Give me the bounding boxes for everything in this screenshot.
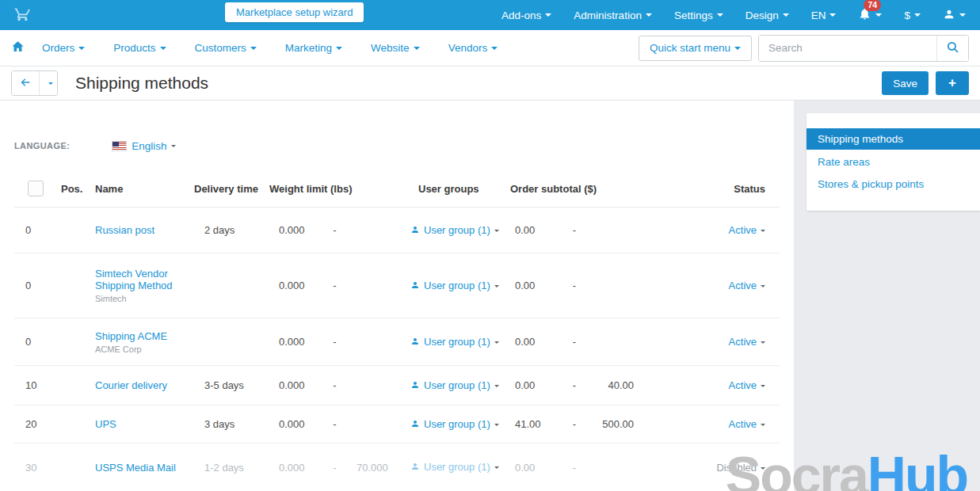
status-dropdown[interactable]: Active — [729, 224, 757, 236]
column-header-name: Name — [87, 183, 190, 195]
nav-item-vendors[interactable]: Vendors — [448, 42, 498, 54]
shipping-method-link[interactable]: Shipping ACME — [95, 330, 167, 342]
admin-topbar: Marketplace setup wizard Add-ons Adminis… — [0, 0, 980, 30]
delivery-time-value: 3-5 days — [190, 379, 265, 391]
weight-dash: - — [321, 280, 349, 291]
nav-item-orders[interactable]: Orders — [42, 42, 85, 54]
subtotal-min-value: 0.00 — [503, 224, 562, 236]
column-header-delivery-time: Delivery time — [190, 183, 265, 195]
language-row: LANGUAGE: English — [14, 135, 794, 156]
nav-item-customers[interactable]: Customers — [195, 42, 257, 54]
marketplace-setup-wizard-button[interactable]: Marketplace setup wizard — [225, 2, 364, 22]
status-dropdown[interactable]: Active — [729, 336, 757, 348]
user-group-icon — [410, 280, 420, 292]
pos-value: 30 — [14, 462, 87, 474]
weight-dash: - — [321, 418, 349, 430]
weight-min-value: 0.000 — [265, 280, 321, 291]
currency-selector[interactable]: $ — [904, 10, 921, 21]
user-group-dropdown[interactable]: User group (1) — [424, 336, 490, 348]
subtotal-min-value: 0.00 — [503, 462, 562, 474]
quick-start-menu-button[interactable]: Quick start menu — [639, 36, 752, 61]
topbar-item-administration[interactable]: Administration — [574, 10, 652, 21]
home-icon[interactable] — [11, 40, 25, 56]
page-title: Shipping methods — [75, 74, 208, 93]
search-input[interactable] — [759, 36, 936, 61]
table-row: 30 USPS Media Mail 1-2 days 0.000 - 70.0… — [14, 443, 780, 491]
subtotal-dash: - — [562, 280, 586, 291]
main-navbar: Orders Products Customers Marketing Webs… — [0, 30, 980, 67]
subtotal-dash: - — [562, 462, 586, 474]
user-group-dropdown[interactable]: User group (1) — [424, 280, 490, 291]
search-button[interactable] — [936, 36, 968, 61]
user-account-button[interactable] — [943, 8, 966, 23]
subtotal-min-value: 41.00 — [503, 418, 562, 430]
pos-value: 10 — [14, 379, 87, 391]
subtotal-dash: - — [562, 336, 586, 348]
shipping-methods-table: Pos. Name Delivery time Weight limit (lb… — [14, 170, 780, 491]
subtotal-dash: - — [562, 379, 586, 391]
content-language-selector[interactable]: English — [132, 140, 175, 152]
weight-dash: - — [321, 379, 349, 391]
back-split-button — [11, 70, 58, 96]
user-icon — [943, 8, 955, 23]
back-button[interactable] — [12, 71, 39, 95]
nav-item-products[interactable]: Products — [113, 42, 166, 54]
column-header-order-subtotal: Order subtotal ($) — [503, 183, 646, 195]
search-bar — [758, 35, 969, 62]
user-group-dropdown[interactable]: User group (1) — [424, 224, 490, 236]
topbar-item-settings[interactable]: Settings — [674, 10, 723, 21]
language-label: LANGUAGE: — [14, 141, 70, 150]
nav-item-website[interactable]: Website — [371, 42, 420, 54]
select-all-checkbox[interactable] — [28, 181, 44, 196]
table-row: 0 Shipping ACMEACME Corp 0.000 - User gr… — [14, 318, 780, 366]
user-group-icon — [410, 419, 420, 431]
back-history-dropdown[interactable] — [39, 71, 57, 95]
user-group-icon — [410, 225, 420, 237]
sidebar-item-shipping-methods[interactable]: Shipping methods — [806, 128, 980, 150]
shipping-method-link[interactable]: Simtech Vendor Shipping Method — [95, 268, 173, 291]
delivery-time-value: 3 days — [190, 418, 265, 430]
table-row: 0 Simtech Vendor Shipping MethodSimtech … — [14, 253, 780, 318]
table-row: 0 Russian post 2 days 0.000 - User group… — [14, 207, 780, 253]
vendor-subtext: Simtech — [95, 294, 190, 303]
subtotal-dash: - — [562, 418, 586, 430]
weight-dash: - — [321, 224, 349, 236]
weight-max-value: 70.000 — [349, 462, 404, 474]
topbar-item-design[interactable]: Design — [745, 10, 789, 21]
user-group-dropdown[interactable]: User group (1) — [424, 379, 490, 391]
subtotal-min-value: 0.00 — [503, 336, 562, 348]
weight-min-value: 0.000 — [265, 224, 321, 236]
subtotal-min-value: 0.00 — [503, 280, 562, 291]
pos-value: 0 — [14, 224, 87, 236]
status-dropdown[interactable]: Active — [729, 418, 757, 430]
sidebar-item-rate-areas[interactable]: Rate areas — [806, 152, 980, 172]
shipping-method-link[interactable]: Russian post — [95, 224, 154, 236]
pos-value: 20 — [14, 418, 87, 430]
column-header-status: Status — [646, 183, 780, 195]
table-row: 20 UPS 3 days 0.000 - User group (1) 41.… — [14, 405, 780, 443]
status-dropdown[interactable]: Disabled — [716, 462, 757, 474]
weight-min-value: 0.000 — [265, 336, 321, 348]
status-dropdown[interactable]: Active — [729, 379, 757, 391]
cart-icon[interactable] — [14, 6, 31, 25]
language-selector[interactable]: EN — [811, 10, 837, 21]
topbar-menu: Add-ons Administration Settings Design E… — [501, 7, 966, 23]
topbar-item-addons[interactable]: Add-ons — [501, 10, 551, 21]
vendor-subtext: ACME Corp — [95, 344, 190, 354]
status-dropdown[interactable]: Active — [729, 280, 757, 291]
weight-dash: - — [321, 336, 349, 348]
delivery-time-value: 2 days — [190, 224, 265, 236]
notification-count-badge: 74 — [864, 0, 881, 11]
sidebar-item-stores-pickup-points[interactable]: Stores & pickup points — [806, 174, 980, 194]
add-shipping-method-button[interactable]: + — [936, 71, 969, 95]
subtotal-min-value: 0.00 — [503, 379, 562, 391]
shipping-method-link[interactable]: USPS Media Mail — [95, 462, 176, 474]
nav-item-marketing[interactable]: Marketing — [285, 42, 342, 54]
pos-value: 0 — [14, 336, 87, 348]
save-button[interactable]: Save — [882, 71, 929, 95]
user-group-dropdown[interactable]: User group (1) — [424, 461, 490, 473]
notifications-button[interactable]: 74 — [858, 7, 882, 23]
user-group-dropdown[interactable]: User group (1) — [424, 418, 490, 430]
shipping-method-link[interactable]: UPS — [95, 418, 116, 430]
shipping-method-link[interactable]: Courier delivery — [95, 379, 167, 391]
